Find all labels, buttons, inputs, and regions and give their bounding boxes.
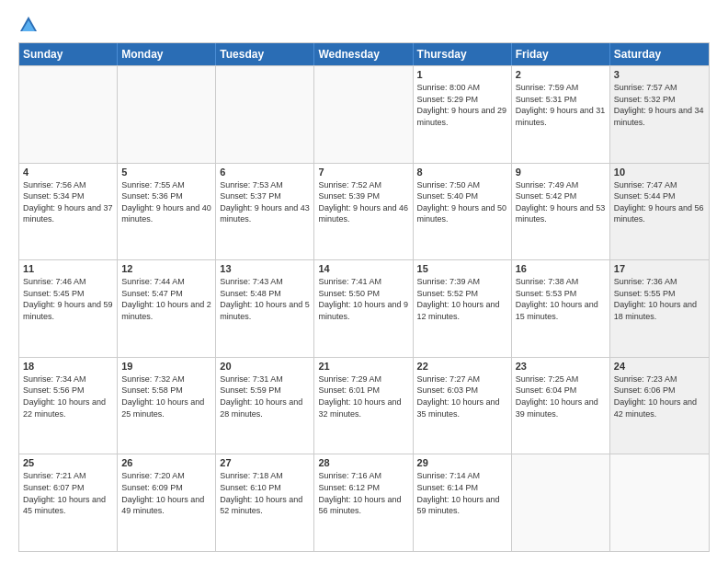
calendar-cell: 14Sunrise: 7:41 AM Sunset: 5:50 PM Dayli… [314, 260, 413, 357]
calendar-cell: 6Sunrise: 7:53 AM Sunset: 5:37 PM Daylig… [216, 164, 314, 260]
day-detail: Sunrise: 7:41 AM Sunset: 5:50 PM Dayligh… [318, 276, 408, 322]
day-number: 13 [220, 263, 310, 274]
day-number: 2 [516, 69, 606, 80]
day-number: 26 [121, 457, 211, 468]
calendar-cell: 28Sunrise: 7:16 AM Sunset: 6:12 PM Dayli… [314, 454, 413, 551]
day-header-sunday: Sunday [19, 43, 118, 65]
day-number: 3 [614, 69, 705, 80]
day-detail: Sunrise: 7:32 AM Sunset: 5:58 PM Dayligh… [121, 373, 211, 419]
day-detail: Sunrise: 7:49 AM Sunset: 5:42 PM Dayligh… [516, 179, 606, 225]
calendar: SundayMondayTuesdayWednesdayThursdayFrid… [18, 42, 710, 552]
day-number: 15 [417, 263, 507, 274]
calendar-cell: 19Sunrise: 7:32 AM Sunset: 5:58 PM Dayli… [118, 358, 216, 454]
day-number: 14 [318, 263, 408, 274]
calendar-cell: 23Sunrise: 7:25 AM Sunset: 6:04 PM Dayli… [512, 358, 610, 454]
calendar-cell: 12Sunrise: 7:44 AM Sunset: 5:47 PM Dayli… [118, 260, 216, 357]
day-detail: Sunrise: 7:25 AM Sunset: 6:04 PM Dayligh… [516, 373, 606, 419]
calendar-header: SundayMondayTuesdayWednesdayThursdayFrid… [19, 43, 709, 65]
day-header-thursday: Thursday [414, 43, 512, 65]
day-number: 7 [318, 167, 408, 178]
day-number: 17 [614, 263, 705, 274]
logo [18, 15, 42, 35]
day-number: 19 [121, 361, 211, 372]
day-detail: Sunrise: 7:18 AM Sunset: 6:10 PM Dayligh… [220, 470, 310, 516]
day-detail: Sunrise: 7:27 AM Sunset: 6:03 PM Dayligh… [417, 373, 507, 419]
day-detail: Sunrise: 7:16 AM Sunset: 6:12 PM Dayligh… [318, 470, 408, 516]
day-detail: Sunrise: 7:59 AM Sunset: 5:31 PM Dayligh… [516, 82, 606, 128]
day-detail: Sunrise: 7:34 AM Sunset: 5:56 PM Dayligh… [23, 373, 113, 419]
day-number: 4 [23, 167, 113, 178]
calendar-row-3: 11Sunrise: 7:46 AM Sunset: 5:45 PM Dayli… [19, 259, 709, 357]
calendar-cell: 20Sunrise: 7:31 AM Sunset: 5:59 PM Dayli… [216, 358, 314, 454]
day-detail: Sunrise: 7:43 AM Sunset: 5:48 PM Dayligh… [220, 276, 310, 322]
calendar-cell: 29Sunrise: 7:14 AM Sunset: 6:14 PM Dayli… [414, 454, 512, 551]
calendar-cell [216, 66, 314, 163]
day-detail: Sunrise: 7:23 AM Sunset: 6:06 PM Dayligh… [614, 373, 705, 419]
calendar-cell: 18Sunrise: 7:34 AM Sunset: 5:56 PM Dayli… [19, 358, 118, 454]
calendar-cell: 8Sunrise: 7:50 AM Sunset: 5:40 PM Daylig… [414, 164, 512, 260]
calendar-cell: 7Sunrise: 7:52 AM Sunset: 5:39 PM Daylig… [314, 164, 413, 260]
day-header-saturday: Saturday [610, 43, 709, 65]
day-detail: Sunrise: 8:00 AM Sunset: 5:29 PM Dayligh… [417, 82, 507, 128]
day-header-monday: Monday [118, 43, 216, 65]
calendar-cell: 16Sunrise: 7:38 AM Sunset: 5:53 PM Dayli… [512, 260, 610, 357]
calendar-cell [19, 66, 118, 163]
calendar-cell: 13Sunrise: 7:43 AM Sunset: 5:48 PM Dayli… [216, 260, 314, 357]
calendar-row-1: 1Sunrise: 8:00 AM Sunset: 5:29 PM Daylig… [19, 65, 709, 163]
day-number: 27 [220, 457, 310, 468]
day-detail: Sunrise: 7:47 AM Sunset: 5:44 PM Dayligh… [614, 179, 705, 225]
day-detail: Sunrise: 7:56 AM Sunset: 5:34 PM Dayligh… [23, 179, 113, 225]
day-detail: Sunrise: 7:14 AM Sunset: 6:14 PM Dayligh… [417, 470, 507, 516]
day-header-wednesday: Wednesday [314, 43, 413, 65]
calendar-cell [610, 454, 709, 551]
logo-icon [18, 15, 39, 35]
calendar-cell: 21Sunrise: 7:29 AM Sunset: 6:01 PM Dayli… [314, 358, 413, 454]
day-detail: Sunrise: 7:44 AM Sunset: 5:47 PM Dayligh… [121, 276, 211, 322]
calendar-cell: 27Sunrise: 7:18 AM Sunset: 6:10 PM Dayli… [216, 454, 314, 551]
calendar-cell: 9Sunrise: 7:49 AM Sunset: 5:42 PM Daylig… [512, 164, 610, 260]
calendar-row-4: 18Sunrise: 7:34 AM Sunset: 5:56 PM Dayli… [19, 357, 709, 454]
calendar-cell: 24Sunrise: 7:23 AM Sunset: 6:06 PM Dayli… [610, 358, 709, 454]
day-number: 29 [417, 457, 507, 468]
calendar-cell: 1Sunrise: 8:00 AM Sunset: 5:29 PM Daylig… [414, 66, 512, 163]
day-detail: Sunrise: 7:36 AM Sunset: 5:55 PM Dayligh… [614, 276, 705, 322]
header [18, 15, 710, 35]
calendar-cell: 26Sunrise: 7:20 AM Sunset: 6:09 PM Dayli… [118, 454, 216, 551]
day-detail: Sunrise: 7:20 AM Sunset: 6:09 PM Dayligh… [121, 470, 211, 516]
calendar-cell: 3Sunrise: 7:57 AM Sunset: 5:32 PM Daylig… [610, 66, 709, 163]
day-detail: Sunrise: 7:39 AM Sunset: 5:52 PM Dayligh… [417, 276, 507, 322]
calendar-cell: 25Sunrise: 7:21 AM Sunset: 6:07 PM Dayli… [19, 454, 118, 551]
calendar-cell: 4Sunrise: 7:56 AM Sunset: 5:34 PM Daylig… [19, 164, 118, 260]
day-detail: Sunrise: 7:21 AM Sunset: 6:07 PM Dayligh… [23, 470, 113, 516]
day-number: 24 [614, 361, 705, 372]
day-detail: Sunrise: 7:50 AM Sunset: 5:40 PM Dayligh… [417, 179, 507, 225]
day-number: 16 [516, 263, 606, 274]
calendar-row-2: 4Sunrise: 7:56 AM Sunset: 5:34 PM Daylig… [19, 163, 709, 260]
day-number: 21 [318, 361, 408, 372]
calendar-cell [512, 454, 610, 551]
calendar-cell: 10Sunrise: 7:47 AM Sunset: 5:44 PM Dayli… [610, 164, 709, 260]
day-number: 23 [516, 361, 606, 372]
calendar-cell [118, 66, 216, 163]
day-detail: Sunrise: 7:38 AM Sunset: 5:53 PM Dayligh… [516, 276, 606, 322]
calendar-cell: 17Sunrise: 7:36 AM Sunset: 5:55 PM Dayli… [610, 260, 709, 357]
calendar-cell: 5Sunrise: 7:55 AM Sunset: 5:36 PM Daylig… [118, 164, 216, 260]
day-detail: Sunrise: 7:57 AM Sunset: 5:32 PM Dayligh… [614, 82, 705, 128]
calendar-cell [314, 66, 413, 163]
calendar-body: 1Sunrise: 8:00 AM Sunset: 5:29 PM Daylig… [19, 65, 709, 551]
day-detail: Sunrise: 7:29 AM Sunset: 6:01 PM Dayligh… [318, 373, 408, 419]
day-number: 6 [220, 167, 310, 178]
day-number: 25 [23, 457, 113, 468]
day-number: 1 [417, 69, 507, 80]
calendar-cell: 2Sunrise: 7:59 AM Sunset: 5:31 PM Daylig… [512, 66, 610, 163]
day-header-tuesday: Tuesday [216, 43, 314, 65]
day-number: 18 [23, 361, 113, 372]
day-number: 9 [516, 167, 606, 178]
calendar-row-5: 25Sunrise: 7:21 AM Sunset: 6:07 PM Dayli… [19, 454, 709, 551]
page: SundayMondayTuesdayWednesdayThursdayFrid… [0, 0, 728, 563]
day-number: 12 [121, 263, 211, 274]
day-number: 28 [318, 457, 408, 468]
day-detail: Sunrise: 7:52 AM Sunset: 5:39 PM Dayligh… [318, 179, 408, 225]
day-number: 5 [121, 167, 211, 178]
day-number: 11 [23, 263, 113, 274]
